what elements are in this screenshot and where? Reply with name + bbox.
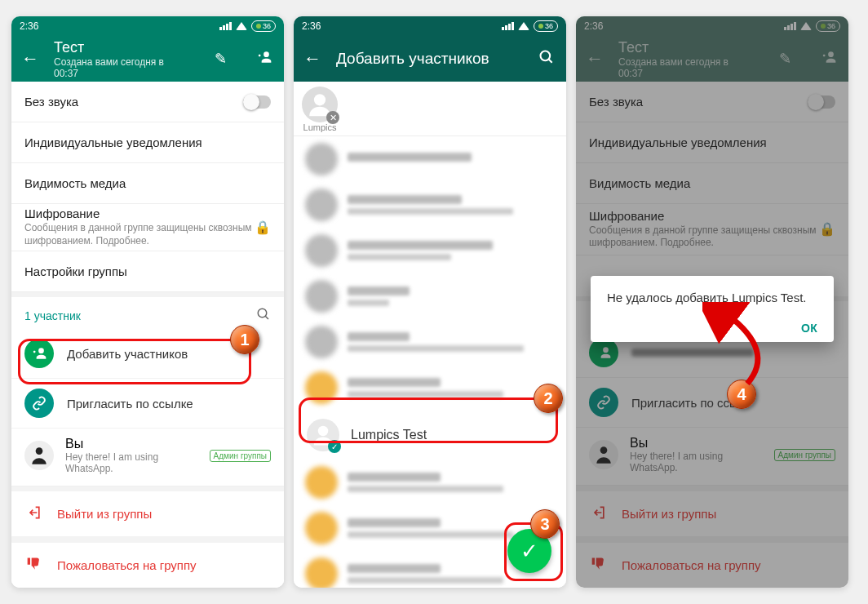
custom-notifications-row[interactable]: Индивидуальные уведомления xyxy=(11,122,284,163)
you-status: Hey there! I am using WhatsApp. xyxy=(65,451,198,474)
svg-point-4 xyxy=(541,51,551,60)
checkmark-icon: ✓ xyxy=(520,539,538,564)
exit-group-button[interactable]: Выйти из группы xyxy=(11,491,284,543)
mute-row[interactable]: Без звука xyxy=(11,82,284,122)
contact-avatar-icon: ✓ xyxy=(307,419,339,451)
svg-point-2 xyxy=(38,348,44,353)
wifi-icon xyxy=(236,22,247,30)
svg-point-0 xyxy=(264,51,269,57)
wifi-icon xyxy=(518,22,529,30)
selected-chip[interactable]: ✕ Lumpics xyxy=(302,87,338,132)
invite-link-label: Пригласить по ссылке xyxy=(67,397,193,411)
svg-point-1 xyxy=(258,309,267,318)
exit-icon xyxy=(26,504,42,523)
status-bar: 2:36 36 xyxy=(294,16,566,36)
contact-item-selected[interactable]: ✓ Lumpics Test xyxy=(294,411,566,460)
screen-group-info: 2:36 36 ← Тест Создана вами сегодня в 00… xyxy=(11,16,284,588)
mute-toggle[interactable] xyxy=(243,95,271,109)
confirm-fab[interactable]: ✓ xyxy=(507,529,551,573)
back-icon[interactable]: ← xyxy=(303,48,321,69)
selected-chips-row: ✕ Lumpics xyxy=(294,82,566,136)
add-participants-button[interactable]: Добавить участников xyxy=(11,329,284,379)
error-dialog: Не удалось добавить Lumpics Test. ОК xyxy=(591,276,834,342)
signal-icon xyxy=(219,22,232,30)
group-title: Тест xyxy=(54,39,191,56)
signal-icon xyxy=(502,22,514,30)
report-group-button[interactable]: Пожаловаться на группу xyxy=(11,543,284,588)
status-icons: 36 xyxy=(502,20,558,32)
add-person-icon[interactable] xyxy=(250,49,279,69)
encryption-subtitle: Сообщения в данной группе защищены сквоз… xyxy=(24,222,255,247)
admin-badge: Админ группы xyxy=(210,450,271,462)
chip-avatar-icon: ✕ xyxy=(302,87,338,122)
battery-icon: 36 xyxy=(251,20,276,32)
media-visibility-row[interactable]: Видимость медиа xyxy=(11,163,284,204)
participants-header: 1 участник xyxy=(11,297,284,329)
you-label: Вы xyxy=(65,437,198,451)
group-subtitle: Создана вами сегодня в 00:37 xyxy=(54,56,191,79)
status-time: 2:36 xyxy=(20,20,38,32)
svg-point-5 xyxy=(314,94,326,105)
app-header: ← Тест Создана вами сегодня в 00:37 ✎ xyxy=(11,36,284,82)
screen-title: Добавить участников xyxy=(336,50,489,68)
contact-item-blurred[interactable] xyxy=(294,273,566,319)
add-participants-label: Добавить участников xyxy=(67,347,188,361)
contact-item-blurred[interactable] xyxy=(294,228,566,273)
contact-name: Lumpics Test xyxy=(351,428,427,442)
back-icon[interactable]: ← xyxy=(21,48,39,69)
status-icons: 36 xyxy=(219,20,276,32)
remove-chip-icon[interactable]: ✕ xyxy=(326,111,339,124)
checkmark-icon: ✓ xyxy=(328,440,341,453)
encryption-title: Шифрование xyxy=(24,207,255,220)
screen-add-participants: 2:36 36 ← Добавить участников ✕ xyxy=(294,16,566,588)
encryption-row[interactable]: Шифрование Сообщения в данной группе защ… xyxy=(11,204,284,251)
thumbs-down-icon xyxy=(26,556,42,575)
search-icon[interactable] xyxy=(532,49,561,69)
add-person-circle-icon xyxy=(24,339,54,368)
you-avatar-icon xyxy=(24,441,54,470)
edit-icon[interactable]: ✎ xyxy=(206,50,235,68)
contact-item-blurred[interactable] xyxy=(294,182,566,228)
svg-point-3 xyxy=(36,447,43,455)
contact-item-blurred[interactable] xyxy=(294,136,566,182)
group-settings-row[interactable]: Настройки группы xyxy=(11,251,284,292)
dialog-ok-button[interactable]: ОК xyxy=(801,322,817,335)
lock-icon: 🔒 xyxy=(255,220,271,235)
contact-item-blurred[interactable] xyxy=(294,319,566,365)
mute-label: Без звука xyxy=(24,95,78,109)
svg-point-6 xyxy=(318,426,329,437)
contact-item-blurred[interactable] xyxy=(294,365,566,411)
status-time: 2:36 xyxy=(302,20,321,32)
invite-link-button[interactable]: Пригласить по ссылке xyxy=(11,379,284,429)
battery-icon: 36 xyxy=(534,20,558,32)
status-bar: 2:36 36 xyxy=(11,16,284,36)
link-icon xyxy=(24,389,54,418)
app-header: ← Добавить участников xyxy=(294,36,566,82)
screen-error-dialog: 2:36 36 ← Тест Создана вами сегодня в 00… xyxy=(576,16,848,588)
contact-item-blurred[interactable] xyxy=(294,460,566,505)
dialog-message: Не удалось добавить Lumpics Test. xyxy=(607,291,817,304)
participant-you[interactable]: Вы Hey there! I am using WhatsApp. Админ… xyxy=(11,429,284,486)
search-icon[interactable] xyxy=(256,307,271,324)
